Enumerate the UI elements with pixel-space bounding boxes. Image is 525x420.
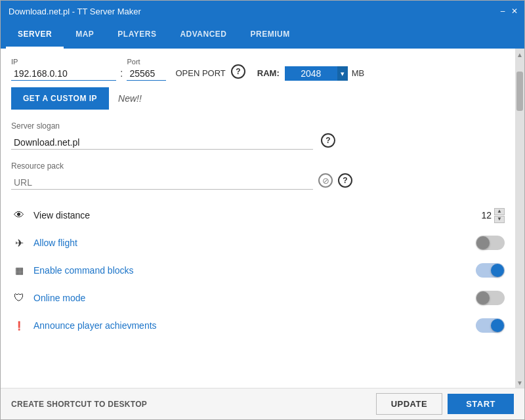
announce-achievements-label: Announce player achievments [33, 320, 476, 331]
custom-ip-row: GET A CUSTOM IP New!! [11, 87, 505, 110]
resource-pack-input[interactable] [11, 176, 313, 190]
title-bar: Download.net.pl - TT Server Maker – ✕ [1, 1, 524, 22]
minimize-button[interactable]: – [498, 7, 507, 16]
server-slogan-input[interactable] [11, 136, 313, 150]
tab-map[interactable]: MAP [64, 22, 106, 49]
update-button[interactable]: UPDATE [376, 393, 442, 415]
announce-achievements-icon: ❗ [11, 318, 27, 333]
command-blocks-toggle[interactable] [476, 263, 505, 278]
setting-row-allow-flight: ✈ Allow flight [11, 229, 505, 257]
scrollbar-thumb[interactable] [516, 72, 523, 111]
window-controls: – ✕ [498, 7, 519, 16]
ram-select[interactable]: 512 1024 2048 4096 8192 [285, 66, 337, 81]
app-window: Download.net.pl - TT Server Maker – ✕ SE… [0, 0, 525, 420]
command-blocks-knob [491, 264, 504, 277]
ip-field-group: IP [11, 58, 116, 81]
view-distance-stepper: 12 ▲ ▼ [473, 208, 505, 223]
online-mode-knob [476, 291, 490, 304]
get-custom-ip-button[interactable]: GET A CUSTOM IP [11, 87, 109, 110]
stepper-down-button[interactable]: ▼ [494, 216, 505, 223]
ram-dropdown-arrow-icon[interactable]: ▾ [337, 66, 348, 81]
view-distance-value: 12 [473, 210, 492, 220]
tab-advanced[interactable]: ADVANCED [168, 22, 238, 49]
view-distance-label: View distance [33, 210, 473, 220]
announce-achievements-toggle[interactable] [476, 318, 505, 333]
settings-section: 👁 View distance 12 ▲ ▼ ✈ Allow flight [11, 201, 505, 339]
setting-row-command-blocks: ▦ Enable command blocks [11, 257, 505, 284]
content-area: IP : Port OPEN PORT ? RAM: 512 1024 [1, 49, 524, 388]
tab-premium[interactable]: PREMIUM [239, 22, 302, 49]
window-title: Download.net.pl - TT Server Maker [9, 7, 141, 16]
main-panel: IP : Port OPEN PORT ? RAM: 512 1024 [1, 49, 515, 388]
port-field-group: Port [127, 58, 166, 81]
tab-server[interactable]: SERVER [6, 22, 64, 49]
allow-flight-toggle[interactable] [476, 236, 505, 250]
allow-flight-label: Allow flight [33, 238, 476, 248]
resource-help-icon[interactable]: ? [338, 173, 352, 188]
command-blocks-label: Enable command blocks [33, 265, 476, 276]
ram-control: 512 1024 2048 4096 8192 ▾ [285, 66, 348, 81]
ram-unit-label: MB [352, 68, 365, 81]
online-mode-label: Online mode [33, 293, 476, 303]
open-port-help-icon[interactable]: ? [231, 64, 245, 79]
start-button[interactable]: START [448, 394, 514, 414]
online-mode-icon: 🛡 [11, 290, 27, 306]
online-mode-toggle[interactable] [476, 291, 505, 305]
slogan-row: ? [11, 133, 505, 150]
bottom-bar: CREATE SHORTCUT TO DESKTOP UPDATE START [1, 388, 524, 419]
server-slogan-label: Server slogan [11, 121, 505, 131]
scrollbar-up-arrow[interactable]: ▲ [516, 51, 523, 58]
open-port-label: OPEN PORT [175, 68, 225, 81]
setting-row-view-distance: 👁 View distance 12 ▲ ▼ [11, 201, 505, 229]
ip-label: IP [11, 58, 116, 66]
setting-row-online-mode: 🛡 Online mode [11, 284, 505, 312]
setting-row-announce-achievements: ❗ Announce player achievments [11, 312, 505, 339]
allow-flight-icon: ✈ [11, 235, 27, 251]
allow-flight-knob [476, 236, 490, 249]
command-blocks-icon: ▦ [11, 262, 27, 278]
port-label: Port [127, 58, 166, 66]
ip-separator: : [120, 68, 123, 81]
port-input[interactable] [127, 67, 166, 81]
close-button[interactable]: ✕ [510, 7, 519, 16]
stepper-up-button[interactable]: ▲ [494, 208, 505, 215]
view-distance-icon: 👁 [11, 207, 27, 223]
ip-input[interactable] [11, 67, 116, 81]
new-badge: New!! [118, 93, 142, 104]
shortcut-label: CREATE SHORTCUT TO DESKTOP [11, 400, 376, 409]
ram-select-wrapper: 512 1024 2048 4096 8192 ▾ [285, 66, 348, 81]
ip-port-row: IP : Port OPEN PORT ? RAM: 512 1024 [11, 58, 505, 81]
ram-label: RAM: [257, 68, 280, 81]
resource-ban-icon[interactable]: ⊘ [318, 173, 333, 188]
tab-players[interactable]: PLAYERS [106, 22, 168, 49]
scrollbar-track[interactable]: ▲ ▼ [515, 49, 524, 388]
server-slogan-section: Server slogan ? [11, 121, 505, 150]
resource-pack-label: Resource pack [11, 161, 505, 171]
nav-bar: SERVER MAP PLAYERS ADVANCED PREMIUM [1, 22, 524, 49]
resource-pack-section: Resource pack ⊘ ? [11, 161, 505, 190]
resource-row: ⊘ ? [11, 173, 505, 190]
server-slogan-help-icon[interactable]: ? [321, 133, 335, 148]
announce-achievements-knob [491, 319, 504, 332]
stepper-arrows: ▲ ▼ [494, 208, 505, 223]
scrollbar-down-arrow[interactable]: ▼ [516, 379, 523, 387]
